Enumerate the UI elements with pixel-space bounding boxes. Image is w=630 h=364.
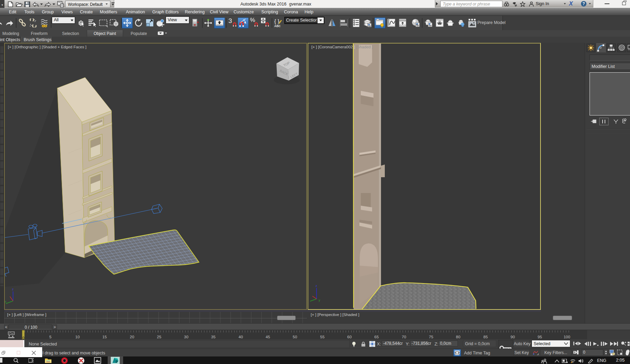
- svg-text:y: y: [319, 299, 320, 302]
- svg-text:x: x: [5, 300, 7, 303]
- svg-text:z: z: [316, 284, 317, 288]
- svg-text:z: z: [12, 288, 14, 291]
- svg-text:ABC: ABC: [274, 24, 281, 27]
